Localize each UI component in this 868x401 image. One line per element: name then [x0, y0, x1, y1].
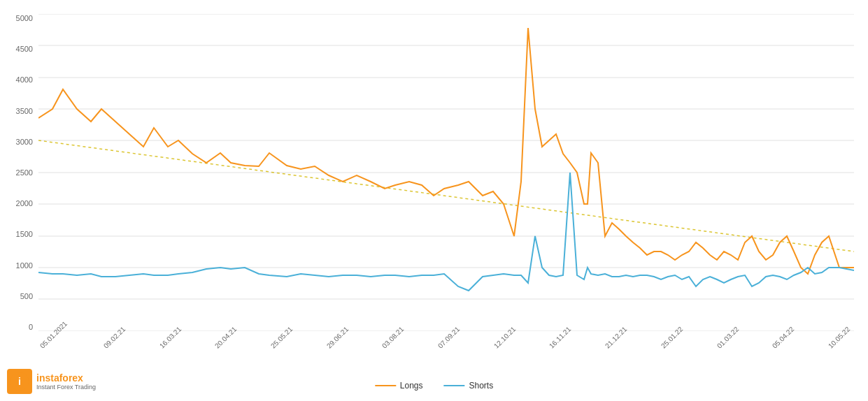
longs-label: Longs [400, 381, 423, 391]
y-axis: 5000 4500 4000 3500 3000 2500 2000 1500 … [0, 14, 36, 331]
y-label-4000: 4000 [16, 75, 33, 84]
logo-name: instaforex [36, 372, 96, 384]
y-label-1000: 1000 [16, 261, 33, 270]
legend-shorts: Shorts [444, 381, 494, 391]
chart-svg [38, 14, 854, 331]
chart-legend: Longs Shorts [375, 381, 493, 391]
svg-line-11 [38, 140, 854, 251]
logo-icon: i [7, 369, 32, 394]
y-label-3000: 3000 [16, 138, 33, 146]
y-label-0: 0 [29, 323, 33, 331]
y-label-2500: 2500 [16, 168, 33, 177]
shorts-line [38, 173, 854, 291]
instaforex-logo-svg: i [10, 372, 29, 391]
shorts-label: Shorts [469, 381, 494, 391]
y-label-4500: 4500 [16, 45, 33, 53]
legend-longs: Longs [375, 381, 423, 391]
logo-text: instaforex Instant Forex Trading [36, 372, 96, 391]
y-label-1500: 1500 [16, 230, 33, 238]
y-label-3500: 3500 [16, 107, 33, 115]
svg-text:i: i [18, 376, 21, 387]
chart-container: 5000 4500 4000 3500 3000 2500 2000 1500 … [0, 0, 868, 401]
logo-sub: Instant Forex Trading [36, 384, 96, 391]
longs-legend-line [375, 385, 396, 386]
y-label-2000: 2000 [16, 199, 33, 207]
y-label-5000: 5000 [16, 14, 33, 22]
y-label-500: 500 [20, 292, 33, 300]
logo: i instaforex Instant Forex Trading [7, 369, 96, 394]
longs-line [38, 28, 854, 274]
shorts-legend-line [444, 385, 465, 386]
